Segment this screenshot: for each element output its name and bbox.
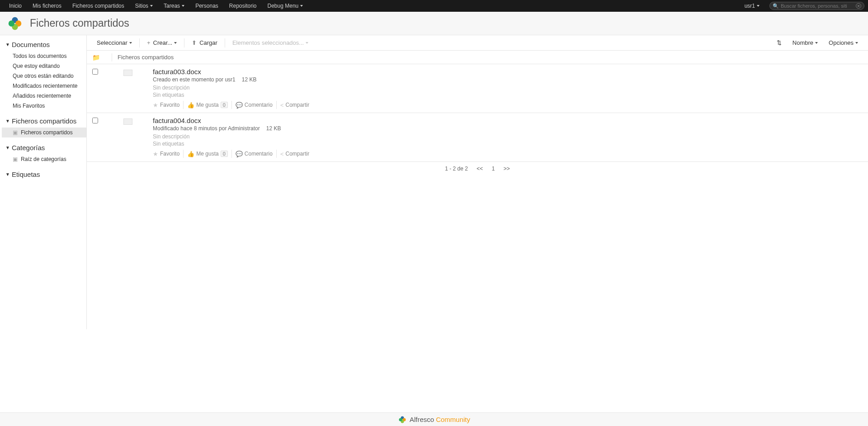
chevron-down-icon [129, 42, 132, 44]
nav-debug-menu[interactable]: Debug Menu [262, 0, 309, 12]
comment-action[interactable]: 💬Comentario [232, 101, 277, 109]
svg-point-3 [9, 20, 14, 26]
sidebar-item-modificados[interactable]: Modificados recientemente [2, 81, 86, 91]
share-icon: < [280, 102, 284, 109]
sort-field-dropdown[interactable]: Nombre [787, 35, 823, 51]
doc-tags: Sin etiquetas [153, 141, 863, 147]
doc-meta: Modificado hace 8 minutos por Administra… [153, 125, 863, 132]
chevron-down-icon [757, 5, 760, 7]
document-list: factura003.docx Creado en este momento p… [87, 64, 868, 162]
sidebar-section-etiquetas[interactable]: ▼Etiquetas [2, 169, 86, 180]
create-button[interactable]: +Crear... [142, 35, 182, 51]
upload-icon: ⬆ [192, 39, 197, 46]
chevron-down-icon [306, 42, 308, 44]
thumbs-up-icon: 👍 [187, 151, 194, 157]
doc-checkbox[interactable] [92, 69, 98, 75]
page-1[interactable]: 1 [492, 166, 495, 172]
chevron-down-icon: ▼ [5, 42, 10, 47]
search-icon: 🔍 [773, 3, 779, 9]
comment-action[interactable]: 💬Comentario [232, 150, 277, 158]
star-icon: ★ [153, 151, 158, 157]
doc-name-link[interactable]: factura003.docx [153, 68, 863, 76]
doc-tags: Sin etiquetas [153, 92, 863, 98]
chevron-down-icon [174, 42, 177, 44]
doc-checkbox[interactable] [92, 118, 98, 123]
doc-toolbar: Seleccionar +Crear... ⬆Cargar Elementos … [87, 35, 868, 51]
like-action[interactable]: 👍Me gusta0 [184, 150, 231, 158]
share-icon: < [280, 151, 284, 157]
sidebar: ▼Documentos Todos los documentos Que est… [0, 35, 87, 329]
chevron-down-icon: ▼ [5, 172, 10, 177]
chevron-down-icon: ▼ [5, 118, 10, 123]
sidebar-item-raiz-categorias[interactable]: ▣Raíz de categorías [2, 154, 86, 164]
favorite-action[interactable]: ★Favorito [153, 101, 184, 109]
page-range: 1 - 2 de 2 [445, 166, 468, 172]
doc-row: factura003.docx Creado en este momento p… [87, 64, 868, 113]
sidebar-section-compartidos[interactable]: ▼Ficheros compartidos [2, 115, 86, 127]
like-count: 0 [221, 151, 228, 157]
share-action[interactable]: <Compartir [277, 101, 313, 109]
like-count: 0 [221, 102, 228, 108]
favorite-action[interactable]: ★Favorito [153, 150, 184, 158]
nav-mis-ficheros[interactable]: Mis ficheros [27, 0, 67, 12]
sidebar-section-documentos[interactable]: ▼Documentos [2, 39, 86, 50]
nav-sitios[interactable]: Sitios [130, 0, 158, 12]
doc-thumbnail[interactable] [123, 118, 132, 125]
nav-personas[interactable]: Personas [190, 0, 224, 12]
doc-description: Sin descripción [153, 133, 863, 140]
pagination: 1 - 2 de 2 << 1 >> [87, 162, 868, 175]
doc-thumbnail[interactable] [123, 70, 132, 76]
select-dropdown[interactable]: Seleccionar [91, 35, 137, 51]
chevron-down-icon [855, 42, 858, 44]
doc-name-link[interactable]: factura004.docx [153, 117, 863, 124]
sidebar-item-otros-editando[interactable]: Que otros están editando [2, 71, 86, 81]
comment-icon: 💬 [236, 151, 243, 157]
search-box[interactable]: 🔍 × [769, 2, 864, 10]
chevron-down-icon: ▼ [5, 145, 10, 150]
upload-button[interactable]: ⬆Cargar [186, 35, 223, 51]
nav-inicio[interactable]: Inicio [4, 0, 27, 12]
breadcrumb-current: Ficheros compartidos [118, 54, 174, 61]
chevron-down-icon [815, 42, 818, 44]
topbar: Inicio Mis ficheros Ficheros compartidos… [0, 0, 868, 12]
nav-ficheros-compartidos[interactable]: Ficheros compartidos [67, 0, 130, 12]
share-action[interactable]: <Compartir [277, 150, 313, 158]
search-input[interactable] [781, 3, 849, 9]
sidebar-item-ficheros-compartidos[interactable]: ▣Ficheros compartidos [2, 128, 86, 137]
sidebar-item-favoritos[interactable]: Mis Favoritos [2, 101, 86, 111]
like-action[interactable]: 👍Me gusta0 [184, 101, 231, 109]
sort-direction-button[interactable]: ⇅ [771, 35, 787, 51]
doc-row: factura004.docx Modificado hace 8 minuto… [87, 113, 868, 162]
thumbs-up-icon: 👍 [187, 102, 194, 109]
clear-search-icon[interactable]: × [856, 3, 861, 9]
sidebar-item-estoy-editando[interactable]: Que estoy editando [2, 61, 86, 71]
alfresco-logo [6, 15, 24, 32]
folder-icon: ▣ [13, 128, 19, 137]
chevron-down-icon [300, 5, 303, 7]
chevron-down-icon [182, 5, 184, 7]
content-area: Seleccionar +Crear... ⬆Cargar Elementos … [87, 35, 868, 329]
page-prev[interactable]: << [476, 166, 483, 172]
tag-icon: ▣ [13, 155, 19, 163]
comment-icon: 💬 [236, 102, 243, 109]
page-header: Ficheros compartidos [0, 12, 868, 35]
nav-tareas[interactable]: Tareas [158, 0, 190, 12]
nav-repositorio[interactable]: Repositorio [224, 0, 262, 12]
folder-up-icon[interactable]: 📁 [92, 54, 100, 61]
page-title: Ficheros compartidos [30, 17, 129, 29]
doc-meta: Creado en este momento por usr112 KB [153, 76, 863, 83]
options-dropdown[interactable]: Opciones [823, 35, 863, 51]
chevron-down-icon [150, 5, 153, 7]
selected-dropdown: Elementos seleccionados... [227, 35, 314, 51]
sidebar-item-anadidos[interactable]: Añadidos recientemente [2, 91, 86, 101]
plus-icon: + [147, 39, 151, 46]
sidebar-item-todos-documentos[interactable]: Todos los documentos [2, 51, 86, 61]
user-menu[interactable]: usr1 [739, 0, 765, 12]
breadcrumb-bar: 📁 Ficheros compartidos [87, 51, 868, 64]
star-icon: ★ [153, 102, 158, 109]
sort-icon: ⇅ [777, 39, 782, 46]
page-next[interactable]: >> [504, 166, 510, 172]
doc-description: Sin descripción [153, 85, 863, 91]
sidebar-section-categorias[interactable]: ▼Categorías [2, 142, 86, 153]
